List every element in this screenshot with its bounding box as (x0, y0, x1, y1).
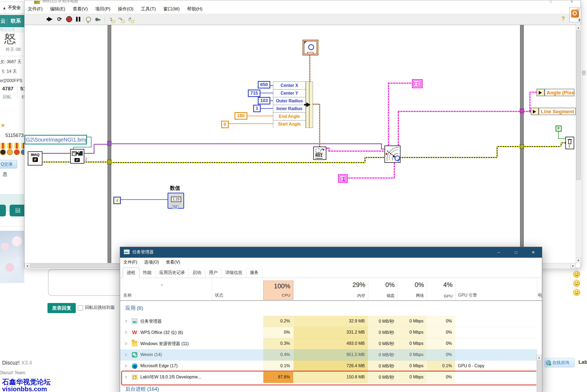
boolean-false-constant[interactable]: F (556, 126, 562, 132)
process-row[interactable]: >Weixin (14)0.4%951.5 MB0 MB/秒0 Mbps0% (120, 349, 537, 361)
run-button[interactable] (47, 16, 54, 23)
imaq-create-node[interactable]: IMAQ ⚡ (28, 151, 42, 165)
minimize-button[interactable]: ─ (490, 247, 507, 258)
line-segment-indicator[interactable]: Line Segment (P (539, 108, 576, 115)
connector-pane-icon[interactable]: 2 (569, 7, 581, 22)
scroll-thumb[interactable] (537, 361, 541, 392)
smiley-icon[interactable] (573, 280, 580, 287)
numeric-constant[interactable]: 1 (253, 105, 261, 112)
scroll-down-button[interactable]: ▼ (576, 258, 581, 263)
column-disk-box[interactable]: 0% 磁盘 (368, 280, 397, 300)
highlight-execution-button[interactable] (85, 16, 92, 23)
address-bar-security-chip[interactable]: ▲ 不安全 (0, 2, 27, 14)
abort-button[interactable] (66, 16, 73, 23)
labview-menu-item[interactable]: 项目(P) (95, 6, 110, 12)
structure-right-edge[interactable] (520, 25, 524, 263)
maximize-button[interactable]: □ (507, 247, 525, 258)
process-row[interactable]: >LabVIEW 19.0.1f5 Developme...87.8%150.8… (120, 372, 537, 383)
jump-after-reply-checkbox[interactable] (78, 305, 83, 310)
annulus-roi-constant[interactable] (303, 40, 318, 55)
tab-用户[interactable]: 用户 (205, 268, 221, 278)
labview-menu-item[interactable]: 帮助(H) (187, 6, 203, 12)
expand-chevron-icon[interactable]: > (125, 340, 127, 346)
qq-chat-button[interactable]: Q交谈 (0, 160, 17, 168)
tab-进程[interactable]: 进程 (123, 268, 139, 278)
labview-title-bar[interactable]: test1111.vi 程序框图 □ ✕ (25, 0, 581, 4)
bundle-by-name-node[interactable]: Center XCenter YOuter RadiusInner Radius… (273, 82, 306, 128)
group-heading-apps[interactable]: 应用 (6) (125, 305, 143, 312)
vertical-scroll-thumb[interactable] (576, 31, 581, 180)
pause-button[interactable] (75, 16, 82, 23)
tab-服务[interactable]: 服务 (246, 268, 263, 278)
roi-constant[interactable] (338, 174, 348, 183)
retain-wire-values-button[interactable]: ◉▶ (94, 16, 101, 23)
column-cpu-box[interactable]: 100% CPU (263, 281, 293, 300)
step-over-button[interactable]: ↷ (117, 16, 124, 23)
process-row[interactable]: >Microsoft Edge (17)0.1%726.4 MB0 MB/秒0 … (120, 361, 537, 372)
scroll-up-button[interactable]: ▲ (537, 355, 542, 360)
tab-应用历史记录[interactable]: 应用历史记录 (156, 268, 189, 278)
labview-menu-item[interactable]: 查看(V) (73, 6, 88, 12)
reply-button[interactable]: 回 (10, 205, 26, 216)
process-row[interactable]: >WWPS Office (32 位) (6)0%331.2 MB0 MB/秒0… (120, 327, 537, 338)
close-button[interactable]: ✕ (570, 0, 573, 3)
reply-count-label[interactable]: 回帖 (3, 94, 11, 100)
numeric-constant[interactable]: 650 (258, 81, 270, 88)
close-button[interactable]: ✕ (525, 247, 542, 258)
nav-item-contact[interactable]: 联系 (11, 18, 21, 25)
task-manager-menu-item[interactable]: 查看(V) (166, 260, 180, 265)
post-reply-button[interactable]: 发表回复 (47, 303, 76, 313)
scroll-left-button[interactable]: ◄ (25, 263, 30, 268)
convert-to-roi-node[interactable]: ↷ ROI (313, 147, 326, 160)
smiley-icon[interactable] (573, 271, 580, 278)
online-consult-badge[interactable]: 在线咨询 (544, 358, 575, 367)
help-icon[interactable]: ? (561, 15, 565, 22)
task-manager-scrollbar[interactable]: ▲ (536, 355, 542, 392)
image-path-constant[interactable]: G2\SoureImageNG\1.bmp (25, 135, 87, 144)
step-into-button[interactable]: ↴ (107, 16, 114, 23)
labview-menu-item[interactable]: 文件(F) (28, 6, 43, 12)
numeric-constant[interactable]: 180 (235, 112, 247, 120)
nav-item-left[interactable]: 云 (1, 18, 6, 25)
expand-chevron-icon[interactable]: > (125, 363, 127, 369)
process-row[interactable]: >Windows 资源管理器 (11)0.3%493.0 MB0 MB/秒0 M… (120, 338, 537, 349)
column-power-box[interactable]: 电 (537, 280, 542, 300)
tab-性能[interactable]: 性能 (139, 268, 156, 278)
numeric-constant[interactable]: 715 (248, 90, 260, 97)
column-gpu-engine-box[interactable]: GPU 引擎 (455, 280, 537, 300)
imaq-readfile-node[interactable]: ⇄ (70, 149, 84, 164)
scroll-right-button[interactable]: ► (570, 263, 576, 268)
column-name[interactable]: 名称 (123, 293, 132, 298)
numeric-constant[interactable]: 0 (221, 121, 229, 128)
task-manager-title-bar[interactable]: 任务管理器 ─ □ ✕ (120, 247, 542, 258)
column-gpu-box[interactable]: 4% GPU (427, 280, 455, 300)
numeric-indicator[interactable]: 1.23 I32 (168, 193, 184, 209)
column-status[interactable]: 状态 (215, 293, 223, 298)
labview-menu-item[interactable]: 工具(T) (141, 6, 156, 12)
numeric-constant[interactable]: 103 (258, 97, 270, 104)
labview-menu-item[interactable]: 操作(O) (118, 6, 134, 12)
run-continuous-button[interactable]: ⟳ (56, 16, 63, 23)
expand-chevron-icon[interactable]: > (125, 318, 127, 324)
step-out-button[interactable]: ↱ (126, 16, 133, 23)
expand-chevron-icon[interactable]: > (125, 329, 127, 335)
process-row[interactable]: >任务管理器0.2%32.9 MB0 MB/秒0 Mbps0% (120, 316, 537, 327)
column-memory-box[interactable]: 29% 内存 (293, 280, 368, 300)
group-heading-background[interactable]: 后台进程 (164) (125, 386, 159, 392)
message-link[interactable]: 息 (3, 171, 7, 177)
maximize-button[interactable]: □ (550, 0, 552, 3)
roi-constant[interactable] (412, 79, 423, 88)
task-manager-menu-item[interactable]: 文件(F) (123, 260, 137, 265)
tab-启动[interactable]: 启动 (189, 268, 205, 278)
scroll-up-button[interactable]: ▲ (576, 25, 581, 30)
imaq-find-circular-edge-node[interactable]: 2 (384, 146, 400, 163)
labview-menu-item[interactable]: 编辑(E) (50, 6, 65, 12)
smiley-icon[interactable] (573, 289, 580, 296)
task-manager-menu-item[interactable]: 选项(O) (144, 260, 159, 265)
tab-详细信息[interactable]: 详细信息 (221, 268, 246, 278)
angle-indicator[interactable]: Angle (Pixel) (545, 89, 574, 96)
column-network-box[interactable]: 0% 网络 (397, 280, 427, 300)
site-url-link[interactable]: visionbbs.com (2, 385, 47, 392)
forum-button-left[interactable] (0, 205, 6, 216)
imaq-dispose-node[interactable]: ↧ (565, 137, 574, 149)
